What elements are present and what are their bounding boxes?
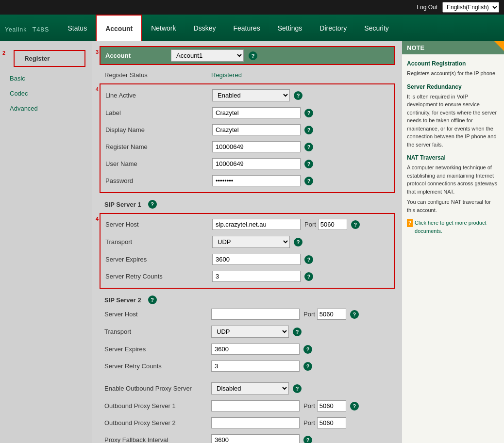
sip2-retry-label: Server Retry Counts (104, 362, 211, 370)
sip1-expires-input[interactable] (212, 254, 301, 265)
password-help-icon[interactable]: ? (304, 177, 313, 185)
label-input[interactable] (212, 107, 301, 118)
sip2-transport-select[interactable]: UDP (211, 326, 289, 338)
step2-indicator: 2 (2, 50, 5, 56)
sip1-title-help-icon[interactable]: ? (148, 200, 157, 209)
display-name-help-icon[interactable]: ? (304, 126, 313, 134)
proxy-fallback-label: Proxy Fallback Interval (104, 436, 211, 443)
account-help-icon[interactable]: ? (249, 51, 257, 60)
user-name-input[interactable] (212, 158, 301, 169)
note-section-3-extra: You can configure NAT traversal for this… (407, 198, 499, 214)
sip2-retry-row: Server Retry Counts ? (100, 358, 395, 374)
sip2-server-host-input[interactable] (211, 309, 300, 320)
logout-label: Log Out (417, 4, 437, 11)
sip2-port-group: Port (303, 309, 346, 320)
outbound-proxy2-row: Outbound Proxy Server 2 Port (100, 415, 395, 431)
nav-features[interactable]: Features (224, 15, 269, 41)
sip1-expires-label: Server Expires (105, 256, 212, 263)
display-name-label: Display Name (105, 126, 212, 133)
sip2-server-help-icon[interactable]: ? (350, 310, 359, 319)
label-help-icon[interactable]: ? (304, 109, 313, 117)
note-section-2-title: Server Redundancy (407, 82, 499, 91)
language-select[interactable]: English(English) (442, 2, 499, 13)
note-link[interactable]: ? Click here to get more product documen… (407, 219, 499, 235)
outbound-proxy1-label: Outbound Proxy Server 1 (104, 402, 211, 410)
proxy-fallback-row: Proxy Fallback Interval ? (100, 432, 395, 443)
password-row: Password ? (101, 173, 394, 189)
nav-directory[interactable]: Directory (311, 15, 355, 41)
note-content: Account Registration Registers account(s… (402, 54, 504, 240)
sidebar-item-basic[interactable]: Basic (0, 71, 92, 86)
register-name-row: Register Name ? (101, 139, 394, 155)
header: Yealink T48S Status Account Network Dssk… (0, 15, 504, 41)
sip2-transport-label: Transport (104, 328, 211, 335)
label-row: Label ? (101, 105, 394, 121)
line-active-select[interactable]: Enabled (212, 89, 290, 101)
password-label: Password (105, 177, 212, 184)
proxy-fallback-input[interactable] (211, 434, 300, 443)
outbound-proxy2-label: Outbound Proxy Server 2 (104, 419, 211, 427)
sidebar-item-advanced[interactable]: Advanced (0, 101, 92, 116)
outbound-proxy-help-icon[interactable]: ? (293, 384, 302, 393)
register-status-label: Register Status (104, 71, 211, 79)
password-input[interactable] (212, 175, 301, 186)
outbound-proxy1-port-input[interactable] (317, 400, 346, 411)
sip2-retry-input[interactable] (211, 361, 300, 372)
proxy-fallback-help-icon[interactable]: ? (303, 436, 312, 443)
sidebar-item-register[interactable]: Register (14, 50, 85, 67)
outbound-proxy-select[interactable]: Disabled (211, 382, 289, 394)
sip2-expires-row: Server Expires ? (100, 341, 395, 357)
sip2-title: SIP Server 2 ? (100, 292, 395, 306)
note-section-2-text: It is often required in VoIP development… (407, 93, 499, 149)
user-name-row: User Name ? (101, 156, 394, 172)
display-name-row: Display Name ? (101, 122, 394, 138)
main-nav: Status Account Network Dsskey Features S… (59, 15, 499, 41)
outbound-proxy2-input[interactable] (211, 417, 300, 428)
nav-account[interactable]: Account (96, 15, 142, 41)
sip1-server-help-icon[interactable]: ? (351, 220, 360, 229)
sidebar: 2 Register Basic Codec Advanced (0, 41, 92, 443)
logo: Yealink T48S (5, 22, 49, 34)
sip1-server-host-input[interactable] (212, 219, 301, 230)
note-section-3-text: A computer networking technique of estab… (407, 164, 499, 196)
display-name-input[interactable] (212, 124, 301, 135)
sip2-retry-help-icon[interactable]: ? (303, 362, 312, 371)
nav-network[interactable]: Network (142, 15, 185, 41)
outbound-proxy1-input[interactable] (211, 400, 300, 411)
nav-settings[interactable]: Settings (269, 15, 311, 41)
outbound-proxy2-port-input[interactable] (317, 417, 346, 428)
register-name-help-icon[interactable]: ? (304, 143, 313, 151)
sip2-server-host-label: Server Host (104, 311, 211, 318)
sip2-transport-help-icon[interactable]: ? (293, 328, 302, 336)
outbound-proxy1-row: Outbound Proxy Server 1 Port ? (100, 398, 395, 414)
sip1-retry-input[interactable] (212, 271, 301, 282)
register-status-row: Register Status Registered (100, 69, 395, 81)
sip1-transport-help-icon[interactable]: ? (294, 238, 302, 246)
outbound-proxy1-help-icon[interactable]: ? (350, 402, 359, 410)
sip1-retry-label: Server Retry Counts (105, 273, 212, 280)
sip1-transport-select[interactable]: UDP (212, 236, 290, 248)
sip1-port-input[interactable] (318, 219, 347, 230)
sip2-expires-label: Server Expires (104, 345, 211, 353)
sip2-port-input[interactable] (317, 309, 346, 320)
sip1-expires-help-icon[interactable]: ? (304, 255, 313, 264)
account-select[interactable]: Account1 (171, 49, 244, 62)
user-name-help-icon[interactable]: ? (304, 160, 313, 168)
sidebar-item-codec[interactable]: Codec (0, 86, 92, 101)
sip2-expires-input[interactable] (211, 344, 300, 355)
top-bar: Log Out English(English) (0, 0, 504, 15)
sip2-expires-help-icon[interactable]: ? (303, 345, 312, 354)
nav-dsskey[interactable]: Dsskey (185, 15, 225, 41)
register-name-input[interactable] (212, 141, 301, 152)
sip1-retry-help-icon[interactable]: ? (304, 272, 313, 281)
sip2-title-help-icon[interactable]: ? (148, 295, 157, 304)
line-active-help-icon[interactable]: ? (294, 91, 302, 100)
nav-status[interactable]: Status (59, 15, 96, 41)
account-field-label: Account (105, 52, 164, 59)
note-link-icon: ? (407, 219, 413, 227)
note-section-1-title: Account Registration (407, 59, 499, 68)
sip1-server-host-label: Server Host (105, 221, 212, 228)
outbound-proxy2-port-group: Port (303, 417, 346, 428)
sip1-title: SIP Server 1 ? (100, 196, 395, 211)
nav-security[interactable]: Security (355, 15, 398, 41)
